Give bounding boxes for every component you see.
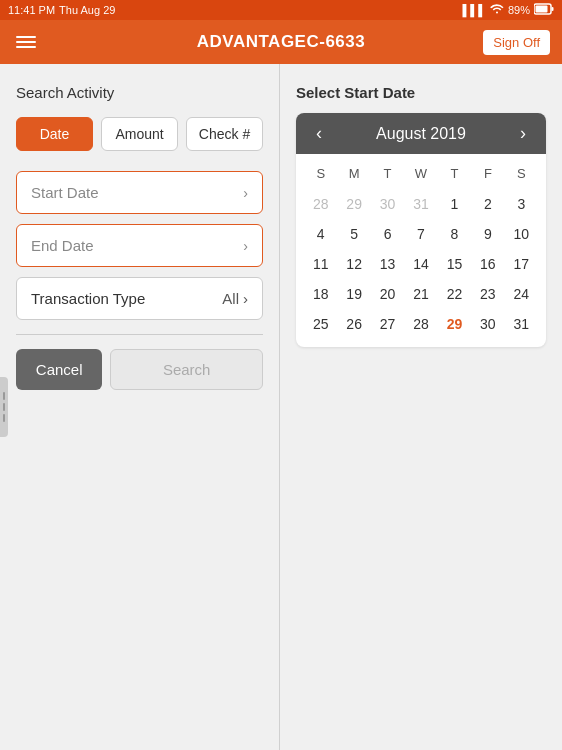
- calendar-day-3-5[interactable]: 15: [438, 249, 471, 279]
- main-content: Search Activity Date Amount Check # Star…: [0, 64, 562, 750]
- calendar-day-5-4[interactable]: 28: [404, 309, 437, 339]
- calendar-day-3-3[interactable]: 13: [371, 249, 404, 279]
- calendar-day-4-2[interactable]: 19: [337, 279, 370, 309]
- calendar-day-2-6[interactable]: 9: [471, 219, 504, 249]
- transaction-type-chevron-icon: ›: [243, 290, 248, 307]
- transaction-type-value: All ›: [222, 290, 248, 307]
- calendar-week-3: 11121314151617: [304, 249, 538, 279]
- calendar-day-3-6[interactable]: 16: [471, 249, 504, 279]
- end-date-chevron-icon: ›: [243, 238, 248, 254]
- nav-bar: ADVANTAGEC-6633 Sign Off: [0, 20, 562, 64]
- calendar-weeks: 2829303112345678910111213141516171819202…: [304, 189, 538, 339]
- calendar-week-1: 28293031123: [304, 189, 538, 219]
- calendar-day-5-5[interactable]: 29: [438, 309, 471, 339]
- start-date-label: Start Date: [31, 184, 99, 201]
- left-panel: Search Activity Date Amount Check # Star…: [0, 64, 280, 750]
- search-section-title: Search Activity: [16, 84, 263, 101]
- search-type-date[interactable]: Date: [16, 117, 93, 151]
- signal-icon: ▌▌▌: [463, 4, 486, 16]
- menu-button[interactable]: [12, 32, 40, 52]
- calendar-header: ‹ August 2019 ›: [296, 113, 546, 154]
- calendar-day-4-7[interactable]: 24: [505, 279, 538, 309]
- dow-tue: T: [371, 162, 404, 185]
- right-panel: Select Start Date ‹ August 2019 › S M T …: [280, 64, 562, 750]
- battery-status: 89%: [508, 4, 530, 16]
- calendar-day-5-6[interactable]: 30: [471, 309, 504, 339]
- status-bar: 11:41 PM Thu Aug 29 ▌▌▌ 89%: [0, 0, 562, 20]
- app-title: ADVANTAGEC-6633: [197, 32, 365, 52]
- calendar-day-4-3[interactable]: 20: [371, 279, 404, 309]
- start-date-field[interactable]: Start Date ›: [16, 171, 263, 214]
- calendar-dow-row: S M T W T F S: [304, 162, 538, 185]
- calendar-prev-button[interactable]: ‹: [310, 123, 328, 144]
- calendar-day-4-5[interactable]: 22: [438, 279, 471, 309]
- start-date-chevron-icon: ›: [243, 185, 248, 201]
- search-type-amount[interactable]: Amount: [101, 117, 178, 151]
- end-date-label: End Date: [31, 237, 94, 254]
- dow-wed: W: [404, 162, 437, 185]
- calendar-day-3-7[interactable]: 17: [505, 249, 538, 279]
- svg-rect-1: [536, 6, 548, 13]
- status-bar-left: 11:41 PM Thu Aug 29: [8, 4, 115, 16]
- calendar-day-2-2[interactable]: 5: [337, 219, 370, 249]
- wifi-icon: [490, 3, 504, 17]
- transaction-type-field[interactable]: Transaction Type All ›: [16, 277, 263, 320]
- calendar-day-1-7[interactable]: 3: [505, 189, 538, 219]
- calendar-day-5-1[interactable]: 25: [304, 309, 337, 339]
- search-button[interactable]: Search: [110, 349, 263, 390]
- svg-rect-2: [552, 7, 554, 11]
- calendar-day-3-1[interactable]: 11: [304, 249, 337, 279]
- battery-icon: [534, 3, 554, 17]
- calendar-day-4-1[interactable]: 18: [304, 279, 337, 309]
- status-bar-right: ▌▌▌ 89%: [463, 3, 554, 17]
- calendar-month-year: August 2019: [376, 125, 466, 143]
- calendar: ‹ August 2019 › S M T W T F S 2829303112…: [296, 113, 546, 347]
- calendar-day-2-3[interactable]: 6: [371, 219, 404, 249]
- cancel-button[interactable]: Cancel: [16, 349, 102, 390]
- search-type-row: Date Amount Check #: [16, 117, 263, 151]
- drag-handle[interactable]: [0, 377, 8, 437]
- status-day: Thu Aug 29: [59, 4, 115, 16]
- calendar-day-1-5[interactable]: 1: [438, 189, 471, 219]
- calendar-day-2-1[interactable]: 4: [304, 219, 337, 249]
- dow-mon: M: [337, 162, 370, 185]
- calendar-day-1-4[interactable]: 31: [404, 189, 437, 219]
- calendar-week-5: 25262728293031: [304, 309, 538, 339]
- calendar-day-1-3[interactable]: 30: [371, 189, 404, 219]
- calendar-section-title: Select Start Date: [296, 84, 546, 101]
- calendar-day-2-7[interactable]: 10: [505, 219, 538, 249]
- dow-sat: S: [505, 162, 538, 185]
- calendar-day-1-2[interactable]: 29: [337, 189, 370, 219]
- divider: [16, 334, 263, 335]
- end-date-field[interactable]: End Date ›: [16, 224, 263, 267]
- calendar-week-2: 45678910: [304, 219, 538, 249]
- transaction-type-label: Transaction Type: [31, 290, 145, 307]
- calendar-week-4: 18192021222324: [304, 279, 538, 309]
- signout-button[interactable]: Sign Off: [483, 30, 550, 55]
- action-row: Cancel Search: [16, 349, 263, 390]
- calendar-day-5-7[interactable]: 31: [505, 309, 538, 339]
- status-time: 11:41 PM: [8, 4, 55, 16]
- calendar-day-1-1[interactable]: 28: [304, 189, 337, 219]
- calendar-day-3-4[interactable]: 14: [404, 249, 437, 279]
- search-type-check[interactable]: Check #: [186, 117, 263, 151]
- calendar-next-button[interactable]: ›: [514, 123, 532, 144]
- calendar-day-4-4[interactable]: 21: [404, 279, 437, 309]
- dow-sun: S: [304, 162, 337, 185]
- calendar-day-3-2[interactable]: 12: [337, 249, 370, 279]
- calendar-day-1-6[interactable]: 2: [471, 189, 504, 219]
- calendar-day-5-2[interactable]: 26: [337, 309, 370, 339]
- calendar-day-2-5[interactable]: 8: [438, 219, 471, 249]
- dow-fri: F: [471, 162, 504, 185]
- calendar-day-2-4[interactable]: 7: [404, 219, 437, 249]
- calendar-day-4-6[interactable]: 23: [471, 279, 504, 309]
- calendar-grid: S M T W T F S 28293031123456789101112131…: [296, 154, 546, 347]
- calendar-day-5-3[interactable]: 27: [371, 309, 404, 339]
- dow-thu: T: [438, 162, 471, 185]
